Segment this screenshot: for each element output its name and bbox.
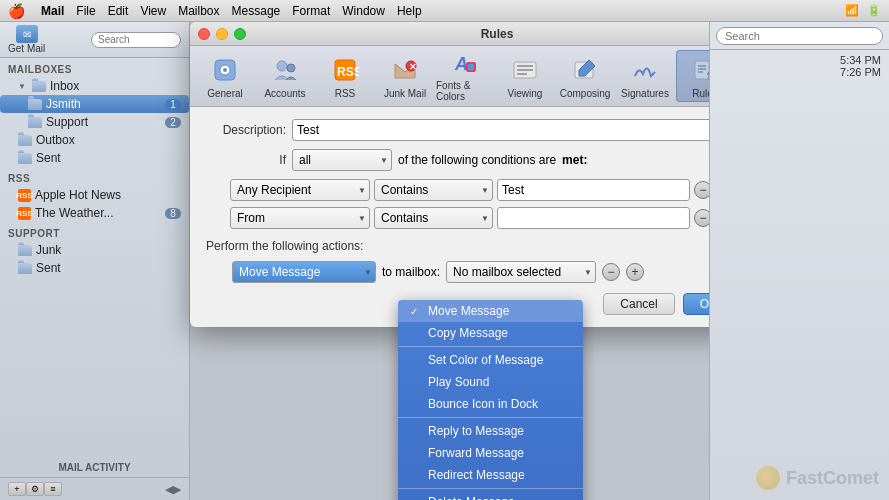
junk-folder-icon bbox=[18, 245, 32, 256]
menu-help[interactable]: Help bbox=[397, 4, 422, 18]
sidebar-item-outbox[interactable]: Outbox bbox=[0, 131, 189, 149]
sidebar-item-inbox[interactable]: ▼ Inbox bbox=[0, 77, 189, 95]
wifi-icon: 📶 bbox=[845, 4, 859, 17]
remove-action-button[interactable]: − bbox=[602, 263, 620, 281]
inbox-triangle: ▼ bbox=[18, 82, 26, 91]
viewing-icon bbox=[509, 54, 541, 86]
dropdown-item-move-message[interactable]: ✓ Move Message bbox=[398, 300, 583, 322]
dropdown-item-reply[interactable]: Reply to Message bbox=[398, 420, 583, 442]
toolbar-junk-mail[interactable]: ✕ Junk Mail bbox=[376, 50, 434, 102]
checkmark-icon: ✓ bbox=[410, 306, 422, 317]
inbox-label: Inbox bbox=[50, 79, 79, 93]
support-label: Support bbox=[46, 115, 88, 129]
settings-button[interactable]: ≡ bbox=[44, 482, 62, 496]
junk-mail-icon: ✕ bbox=[389, 54, 421, 86]
condition-select-2[interactable]: Contains Does not contain bbox=[374, 207, 493, 229]
toolbar-viewing[interactable]: Viewing bbox=[496, 50, 554, 102]
separator-3 bbox=[398, 488, 583, 489]
action-select[interactable]: Move Message Copy Message Set Color of M… bbox=[232, 261, 376, 283]
sidebar-item-support[interactable]: Support 2 bbox=[0, 113, 189, 131]
sidebar-search-area bbox=[91, 32, 181, 48]
minimize-button[interactable] bbox=[216, 28, 228, 40]
condition-select-wrapper-2: Contains Does not contain bbox=[374, 207, 493, 229]
add-action-button[interactable]: + bbox=[626, 263, 644, 281]
dropdown-item-redirect[interactable]: Redirect Message bbox=[398, 464, 583, 486]
field-select-2[interactable]: Any Recipient From To Subject bbox=[230, 207, 370, 229]
sent-label: Sent bbox=[36, 151, 61, 165]
menu-window[interactable]: Window bbox=[342, 4, 385, 18]
toolbar-signatures[interactable]: Signatures bbox=[616, 50, 674, 102]
mailbox-select[interactable]: No mailbox selected bbox=[446, 261, 596, 283]
jsmith-label: Jsmith bbox=[46, 97, 81, 111]
inbox-folder-icon bbox=[32, 81, 46, 92]
dropdown-item-delete[interactable]: Delete Message bbox=[398, 491, 583, 500]
menu-format[interactable]: Format bbox=[292, 4, 330, 18]
sidebar-search-input[interactable] bbox=[91, 32, 181, 48]
dropdown-item-forward[interactable]: Forward Message bbox=[398, 442, 583, 464]
svg-point-3 bbox=[277, 61, 287, 71]
support-section-label: SUPPORT bbox=[0, 222, 189, 241]
description-input[interactable] bbox=[292, 119, 734, 141]
menu-mail[interactable]: Mail bbox=[41, 4, 64, 18]
svg-rect-17 bbox=[695, 61, 709, 79]
dropdown-item-play-sound[interactable]: Play Sound bbox=[398, 371, 583, 393]
maximize-button[interactable] bbox=[234, 28, 246, 40]
get-mail-button[interactable]: ✉ Get Mail bbox=[8, 25, 45, 54]
condition-select-wrapper-1: Contains Does not contain bbox=[374, 179, 493, 201]
menu-edit[interactable]: Edit bbox=[108, 4, 129, 18]
toolbar-general[interactable]: General bbox=[196, 50, 254, 102]
field-select-wrapper-1: Any Recipient From To Subject bbox=[230, 179, 370, 201]
fonts-colors-label: Fonts & Colors bbox=[436, 80, 494, 102]
signatures-icon bbox=[629, 54, 661, 86]
sidebar-item-jsmith[interactable]: Jsmith 1 bbox=[0, 95, 189, 113]
rss-toolbar-icon: RSS bbox=[329, 54, 361, 86]
toolbar-accounts[interactable]: Accounts bbox=[256, 50, 314, 102]
condition-text: of the following conditions are bbox=[398, 153, 556, 167]
sidebar-item-sent[interactable]: Sent bbox=[0, 149, 189, 167]
menu-view[interactable]: View bbox=[140, 4, 166, 18]
sidebar-item-apple-hot-news[interactable]: RSS Apple Hot News bbox=[0, 186, 189, 204]
dropdown-item-copy-message[interactable]: Copy Message bbox=[398, 322, 583, 344]
support-sent-label: Sent bbox=[36, 261, 61, 275]
window-titlebar: Rules bbox=[190, 22, 750, 46]
description-label: Description: bbox=[206, 123, 286, 137]
sent-folder-icon bbox=[18, 153, 32, 164]
action-dropdown-menu: ✓ Move Message Copy Message Set Color of… bbox=[398, 300, 583, 500]
right-search-input[interactable] bbox=[716, 27, 883, 45]
cancel-button[interactable]: Cancel bbox=[603, 293, 674, 315]
field-select-1[interactable]: Any Recipient From To Subject bbox=[230, 179, 370, 201]
mailboxes-section-label: MAILBOXES bbox=[0, 58, 189, 77]
composing-label: Composing bbox=[560, 88, 611, 99]
add-mailbox-button[interactable]: + bbox=[8, 482, 26, 496]
dropdown-item-bounce-icon[interactable]: Bounce Icon in Dock bbox=[398, 393, 583, 415]
svg-point-2 bbox=[223, 68, 227, 72]
toolbar-composing[interactable]: Composing bbox=[556, 50, 614, 102]
rss-icon-apple: RSS bbox=[18, 189, 31, 202]
toolbar-rss[interactable]: RSS RSS bbox=[316, 50, 374, 102]
dropdown-item-set-color[interactable]: Set Color of Message bbox=[398, 349, 583, 371]
remove-mailbox-button[interactable]: ⚙ bbox=[26, 482, 44, 496]
menu-file[interactable]: File bbox=[76, 4, 95, 18]
svg-text:RSS: RSS bbox=[337, 65, 359, 79]
sidebar-item-junk[interactable]: Junk bbox=[0, 241, 189, 259]
accounts-label: Accounts bbox=[264, 88, 305, 99]
sidebar-item-support-sent[interactable]: Sent bbox=[0, 259, 189, 277]
rules-window: Rules General bbox=[190, 22, 750, 327]
svg-text:✕: ✕ bbox=[409, 62, 417, 72]
toolbar-fonts-colors[interactable]: A Fonts & Colors bbox=[436, 50, 494, 102]
svg-point-4 bbox=[287, 64, 295, 72]
condition-select-1[interactable]: Contains Does not contain bbox=[374, 179, 493, 201]
support-sent-folder-icon bbox=[18, 263, 32, 274]
menu-message[interactable]: Message bbox=[232, 4, 281, 18]
sidebar-item-weather[interactable]: RSS The Weather... 8 bbox=[0, 204, 189, 222]
accounts-icon bbox=[269, 54, 301, 86]
content-area: Rules General bbox=[190, 22, 889, 500]
value-input-1[interactable] bbox=[497, 179, 690, 201]
svg-rect-11 bbox=[468, 64, 474, 70]
apple-menu[interactable]: 🍎 bbox=[8, 3, 25, 19]
rules-content: Description: If all any of the following… bbox=[190, 107, 750, 327]
close-button[interactable] bbox=[198, 28, 210, 40]
value-input-2[interactable] bbox=[497, 207, 690, 229]
match-select[interactable]: all any bbox=[292, 149, 392, 171]
menu-mailbox[interactable]: Mailbox bbox=[178, 4, 219, 18]
